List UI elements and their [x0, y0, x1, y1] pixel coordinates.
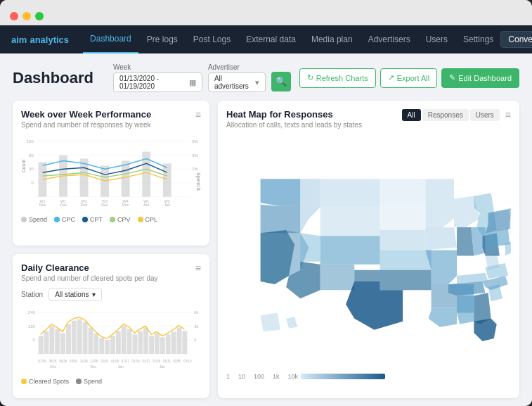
search-icon: 🔍: [275, 76, 287, 87]
browser-chrome: [0, 0, 532, 25]
svg-rect-55: [93, 333, 98, 354]
nav-right: Converze ▾: [500, 31, 532, 48]
nav-item-mediaplan[interactable]: Media plan: [304, 25, 360, 53]
state-nm: [320, 265, 355, 290]
station-label: Station: [21, 291, 43, 298]
page-title: Dashboard: [13, 69, 93, 87]
state-tn: [448, 281, 486, 296]
week-input[interactable]: 01/13/2020 - 01/19/2020 ▦: [113, 72, 202, 92]
legend-cpv: CPV: [110, 216, 131, 223]
station-select[interactable]: All stations ▾: [48, 288, 101, 301]
week-value: 01/13/2020 - 01/19/2020: [119, 75, 186, 90]
week-performance-legend: Spend CPC CPT CPV: [21, 216, 201, 223]
heatmap-subtitle: Allocation of calls, texts and leads by …: [226, 121, 402, 129]
heatmap-menu[interactable]: ≡: [505, 109, 511, 120]
svg-text:Dec: Dec: [81, 203, 88, 207]
svg-text:Jan: Jan: [143, 203, 150, 207]
state-ut: [300, 233, 320, 262]
svg-rect-50: [66, 324, 71, 353]
svg-text:10/26: 10/26: [70, 359, 78, 362]
header-row: Dashboard Week 01/13/2020 - 01/19/2020 ▦…: [13, 63, 519, 92]
nav-item-postlogs[interactable]: Post Logs: [186, 25, 238, 53]
close-button[interactable]: [10, 12, 18, 20]
refresh-icon: ↻: [307, 73, 313, 82]
svg-text:01/21: 01/21: [142, 359, 150, 362]
svg-text:Jan: Jan: [118, 364, 124, 368]
svg-text:02/05: 02/05: [174, 359, 182, 362]
chevron-down-icon: ▾: [92, 291, 96, 298]
heatmap-title: Heat Map for Responses: [226, 109, 402, 120]
refresh-charts-button[interactable]: ↻ Refresh Charts: [299, 68, 376, 88]
svg-text:Dec: Dec: [122, 203, 129, 207]
heatmap-tabs: All Responses Users: [402, 109, 500, 121]
state-sd: [380, 205, 426, 230]
legend-cleared-spots: Cleared Spots: [21, 378, 69, 385]
svg-text:Dec: Dec: [50, 364, 56, 368]
heatmap-tab-users[interactable]: Users: [470, 109, 500, 121]
week-performance-menu[interactable]: ≡: [195, 109, 201, 120]
browser-window: aimanalytics Dashboard Pre logs Post Log…: [0, 0, 532, 406]
svg-rect-68: [166, 334, 171, 354]
svg-text:09/26: 09/26: [59, 359, 67, 362]
nav-item-advertisers[interactable]: Advertisers: [361, 25, 417, 53]
nav-item-settings[interactable]: Settings: [456, 25, 500, 53]
daily-clearance-legend: Cleared Spots Spend: [21, 378, 201, 385]
nav-bar: aimanalytics Dashboard Pre logs Post Log…: [0, 25, 532, 53]
svg-rect-46: [44, 331, 48, 353]
svg-text:01/11: 01/11: [122, 359, 130, 362]
search-button[interactable]: 🔍: [271, 72, 291, 91]
svg-text:0: 0: [194, 338, 197, 342]
nav-item-prelogs[interactable]: Pre logs: [140, 25, 185, 53]
svg-rect-18: [122, 160, 130, 196]
heatmap-tab-all[interactable]: All: [402, 109, 421, 121]
legend-spend: Spend: [21, 216, 47, 223]
state-wa: [261, 179, 301, 206]
nav-dropdown[interactable]: Converze ▾: [500, 31, 532, 48]
state-ia: [426, 227, 458, 250]
edit-dashboard-button[interactable]: ✎ Edit Dashboard: [441, 68, 519, 88]
nav-item-dashboard[interactable]: Dashboard: [83, 25, 138, 53]
svg-text:0: 0: [32, 338, 35, 342]
advertiser-select[interactable]: All advertisers ▾: [208, 72, 266, 92]
maximize-button[interactable]: [35, 12, 44, 20]
svg-text:11/26: 11/26: [80, 359, 89, 362]
svg-rect-66: [155, 333, 160, 354]
svg-text:Spend $: Spend $: [195, 172, 201, 191]
state-mi-upper: [474, 193, 493, 212]
svg-rect-51: [72, 320, 77, 353]
svg-rect-69: [171, 331, 176, 354]
svg-rect-47: [49, 326, 54, 353]
svg-text:Nov: Nov: [39, 203, 46, 207]
calendar-icon: ▦: [189, 78, 196, 87]
week-chart-svg: Count Spend $ 120 80 40 0: [21, 134, 201, 210]
nav-item-users[interactable]: Users: [419, 25, 455, 53]
heatmap-tab-responses[interactable]: Responses: [422, 109, 469, 121]
heatmap-widget: Heat Map for Responses Allocation of cal…: [218, 101, 519, 398]
export-icon: ↗: [388, 73, 394, 82]
minimize-button[interactable]: [22, 12, 31, 20]
svg-text:Jan: Jan: [164, 203, 170, 207]
chevron-down-icon: ▾: [255, 78, 259, 87]
us-map-svg: [226, 137, 511, 369]
state-la: [429, 307, 458, 326]
svg-text:Jan: Jan: [160, 364, 165, 368]
nav-items: Dashboard Pre logs Post Logs External da…: [83, 25, 500, 53]
daily-clearance-menu[interactable]: ≡: [195, 262, 201, 274]
svg-rect-45: [39, 336, 44, 354]
state-mn: [426, 179, 455, 227]
scale-100: 100: [254, 373, 264, 380]
week-filter-group: Week 01/13/2020 - 01/19/2020 ▦ Advertise…: [113, 63, 291, 92]
export-all-button[interactable]: ↗ Export All: [380, 68, 437, 88]
svg-text:07/26: 07/26: [39, 359, 47, 362]
svg-text:01/31: 01/31: [163, 359, 171, 362]
logo-prefix: aim: [11, 34, 27, 45]
svg-text:240: 240: [28, 310, 36, 314]
svg-rect-59: [116, 331, 121, 353]
nav-item-external[interactable]: External data: [239, 25, 303, 53]
svg-rect-71: [182, 331, 187, 353]
nav-dropdown-label: Converze: [508, 34, 532, 44]
svg-rect-61: [127, 329, 132, 353]
svg-rect-58: [110, 336, 115, 354]
svg-text:40: 40: [29, 167, 34, 171]
week-performance-title: Week over Week Performance: [21, 109, 195, 120]
